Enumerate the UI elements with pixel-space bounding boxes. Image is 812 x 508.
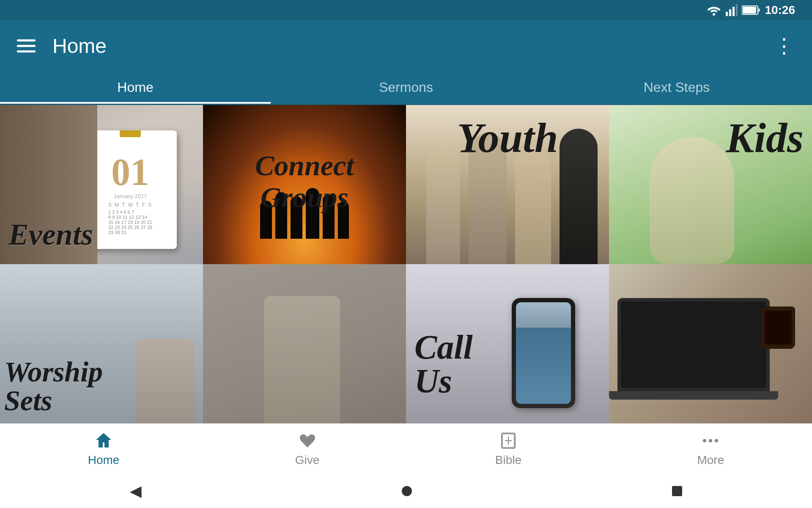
heart-icon xyxy=(298,431,317,450)
nav-bible-label: Bible xyxy=(495,453,521,467)
nav-more[interactable]: More xyxy=(697,431,724,467)
grid-item-online[interactable] xyxy=(609,264,812,423)
worship-sets-label: Worship Sets xyxy=(4,357,103,415)
home-icon xyxy=(94,431,113,450)
online-background xyxy=(609,264,812,423)
arm-decoration xyxy=(135,339,195,423)
svg-rect-6 xyxy=(758,8,760,12)
home-button[interactable] xyxy=(402,486,412,496)
tab-home-label: Home xyxy=(117,80,153,95)
hamburger-menu-button[interactable] xyxy=(17,39,36,52)
status-time: 10:26 xyxy=(765,3,795,17)
nav-bible[interactable]: Bible xyxy=(495,431,521,467)
back-button[interactable]: ◀ xyxy=(130,482,142,500)
bottom-nav: Home Give Bible More xyxy=(0,423,812,474)
tab-nextsteps[interactable]: Next Steps xyxy=(541,71,812,104)
tab-home[interactable]: Home xyxy=(0,71,271,104)
svg-rect-3 xyxy=(732,7,735,16)
svg-rect-7 xyxy=(743,7,756,14)
main-grid: 01 January 2017 S M T W T F S 1 2 3 4 5 … xyxy=(0,105,812,423)
wifi-icon xyxy=(706,4,721,16)
tab-bar: Home Sermons Next Steps xyxy=(0,71,812,105)
grid-item-prayer[interactable] xyxy=(203,264,406,423)
svg-point-0 xyxy=(713,13,715,16)
battery-icon xyxy=(742,5,760,15)
prayer-background xyxy=(203,264,406,423)
svg-point-13 xyxy=(709,439,712,442)
app-bar: Home ⋮ xyxy=(0,20,812,71)
calendar-grid-rows: 1 2 3 4 5 6 7 8 9 10 11 12 13 14 15 16 1… xyxy=(108,210,152,235)
grid-item-call-us[interactable]: Call Us xyxy=(406,264,609,423)
coffee-cup xyxy=(761,306,795,349)
svg-rect-2 xyxy=(729,9,731,16)
recents-button[interactable] xyxy=(672,486,682,496)
call-us-label: Call Us xyxy=(414,330,473,398)
svg-point-14 xyxy=(715,439,718,442)
svg-rect-4 xyxy=(736,4,738,16)
events-label: Events xyxy=(8,218,93,251)
phone-shape xyxy=(512,298,575,408)
nav-home[interactable]: Home xyxy=(88,431,120,467)
nav-give-label: Give xyxy=(295,453,320,467)
status-bar: 10:26 xyxy=(0,0,812,20)
status-icons: 10:26 xyxy=(706,3,795,17)
tab-sermons[interactable]: Sermons xyxy=(271,71,541,104)
youth-label: Youth xyxy=(457,113,558,162)
nav-more-label: More xyxy=(697,453,724,467)
nav-give[interactable]: Give xyxy=(295,431,320,467)
laptop-shape xyxy=(617,298,770,400)
app-title: Home xyxy=(52,34,107,58)
more-dots-icon xyxy=(701,431,720,450)
tab-nextsteps-label: Next Steps xyxy=(644,80,710,95)
app-bar-left: Home xyxy=(17,34,107,58)
connect-groups-label: Connect Groups xyxy=(255,150,354,213)
grid-item-connect-groups[interactable]: Connect Groups xyxy=(203,105,406,264)
child-figure xyxy=(650,137,734,264)
calendar-clip xyxy=(120,130,141,137)
arm-tattoo xyxy=(264,296,340,423)
grid-item-youth[interactable]: Youth xyxy=(406,105,609,264)
grid-item-worship-sets[interactable]: Worship Sets xyxy=(0,264,203,423)
system-nav: ◀ xyxy=(0,474,812,508)
bible-icon xyxy=(499,431,518,450)
overflow-menu-button[interactable]: ⋮ xyxy=(774,34,795,58)
calendar-days: S M T W T F S xyxy=(108,202,152,208)
calendar-number: 01 xyxy=(111,153,149,191)
signal-icon xyxy=(726,4,738,16)
calendar-decoration: 01 January 2017 S M T W T F S 1 2 3 4 5 … xyxy=(84,130,177,249)
grid-item-kids[interactable]: Kids xyxy=(609,105,812,264)
svg-rect-1 xyxy=(726,12,728,16)
svg-point-12 xyxy=(703,439,706,442)
nav-home-label: Home xyxy=(88,453,120,467)
calendar-month: January 2017 xyxy=(114,193,147,199)
kids-label: Kids xyxy=(726,113,804,162)
grid-item-events[interactable]: 01 January 2017 S M T W T F S 1 2 3 4 5 … xyxy=(0,105,203,264)
tab-sermons-label: Sermons xyxy=(379,80,433,95)
